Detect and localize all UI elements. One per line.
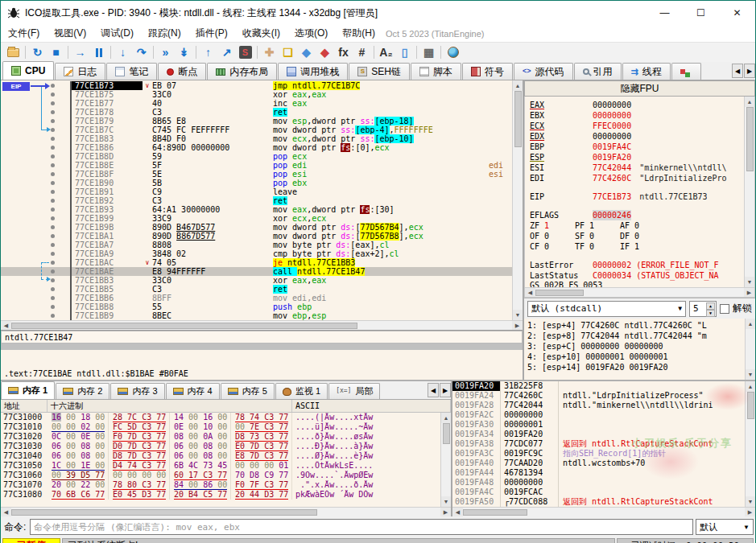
- scroll-thumb[interactable]: [463, 509, 527, 516]
- argument-row[interactable]: 3: [esp+C] 00000000 00000000: [527, 341, 745, 352]
- scroll-thumb[interactable]: [514, 91, 522, 147]
- disasm-row[interactable]: 77CE1BB333C0xor eax,eax: [1, 276, 512, 285]
- run-to-cursor-button[interactable]: »: [156, 43, 175, 61]
- dump-row[interactable]: 77C3107020 00 22 0078 80 C3 7784 00 86 0…: [1, 480, 440, 490]
- breakpoint-dot[interactable]: [51, 252, 55, 256]
- disasm-row[interactable]: 77CE1BA93848 02cmp byte ptr ds:[eax+2],c…: [1, 249, 512, 258]
- scroll-up-arrow[interactable]: ▲: [441, 413, 451, 423]
- tab-内存 2[interactable]: 内存 2: [56, 383, 109, 399]
- disasm-row[interactable]: 77CE1BAEE8 94FFFFFFcall ntdll.77CE1B47: [1, 267, 512, 276]
- hash-button[interactable]: #: [353, 43, 371, 61]
- register-row[interactable]: EDI77C4260C"LdrpInitializePro: [530, 173, 744, 183]
- breakpoint-dot[interactable]: [51, 172, 55, 176]
- scroll-right-arrow[interactable]: ▶: [745, 508, 755, 516]
- breakpoint-dot[interactable]: [51, 101, 55, 105]
- tab-内存 1[interactable]: 内存 1: [1, 381, 55, 399]
- bookmark-button[interactable]: ◆: [316, 43, 334, 61]
- tab-笔记[interactable]: 笔记: [106, 63, 157, 80]
- stack-row[interactable]: 0019FA2031B225F8: [452, 381, 745, 391]
- scylla-button[interactable]: S: [236, 43, 254, 61]
- breakpoint-dot[interactable]: [51, 128, 55, 132]
- stack-row[interactable]: 0019FA50┌77CDC088返回到 ntdll.RtlCaptureSta…: [452, 497, 745, 507]
- scroll-left-arrow[interactable]: ◀: [525, 288, 535, 297]
- stack-row[interactable]: 0019FA4C0019FCAC: [452, 487, 745, 497]
- scroll-down-arrow[interactable]: ▼: [513, 310, 523, 320]
- spin-up-icon[interactable]: ▲: [706, 302, 715, 310]
- disasm-row[interactable]: 77CE1B7740inc eax: [1, 99, 512, 108]
- calling-convention-select[interactable]: 默认 (stdcall) ▼: [527, 301, 686, 317]
- tab-局部[interactable]: [x=]局部: [328, 383, 380, 399]
- flags-row[interactable]: CF 0TF 0IF 1: [530, 241, 744, 252]
- segment-registers-row[interactable]: GS 002B FS 0053: [530, 281, 744, 287]
- execute-till-return-button[interactable]: ↑: [199, 43, 217, 61]
- stack-row[interactable]: 0019FA2477C4260Cntdll."LdrpInitializePro…: [452, 391, 745, 401]
- scroll-right-arrow[interactable]: ▶: [744, 288, 754, 297]
- stack-horizontal-scrollbar[interactable]: ◀ ▶: [452, 507, 755, 516]
- spin-down-icon[interactable]: ▼: [706, 310, 715, 317]
- flags-row[interactable]: OF 0SF 0DF 0: [530, 231, 744, 241]
- breakpoint-dot[interactable]: [51, 119, 55, 123]
- breakpoint-dot[interactable]: [51, 216, 55, 220]
- menu-item[interactable]: 视图(V): [47, 25, 93, 42]
- tab-线程[interactable]: ⇉线程: [622, 63, 671, 80]
- scroll-down-arrow[interactable]: ▼: [441, 496, 451, 507]
- command-input[interactable]: [30, 519, 693, 535]
- breakpoint-dot[interactable]: [51, 278, 55, 282]
- breakpoint-dot[interactable]: [51, 181, 55, 185]
- breakpoint-dot[interactable]: [51, 199, 55, 203]
- comment-button[interactable]: ❏: [279, 43, 297, 61]
- scroll-thumb[interactable]: [535, 290, 584, 296]
- disasm-row[interactable]: 77CE1BB855push ebp: [1, 302, 512, 311]
- dump-vertical-scrollbar[interactable]: ▲ ▼: [440, 413, 451, 507]
- disasm-row[interactable]: 77CE1B92C3ret: [1, 196, 512, 205]
- scroll-up-arrow[interactable]: ▲: [746, 381, 755, 392]
- dump-tabs-scroll-right-icon[interactable]: ▶: [440, 383, 451, 397]
- disasm-row[interactable]: 77CE1BB98BECmov ebp,esp: [1, 311, 512, 320]
- disasm-row[interactable]: 77CE1BA1890D B867D577mov dword ptr ds:[7…: [1, 232, 512, 241]
- register-row[interactable]: EDX00000000: [530, 131, 744, 142]
- dump-tabs-scroll-left-icon[interactable]: ◀: [428, 383, 439, 397]
- stack-row[interactable]: 0019FA340019FA20: [452, 430, 745, 439]
- breakpoint-dot[interactable]: [51, 84, 55, 88]
- label-button[interactable]: ◆: [297, 43, 316, 61]
- menu-item[interactable]: 收藏夹(I): [235, 25, 287, 42]
- disasm-row[interactable]: 77CE1B91C9leave: [1, 187, 512, 196]
- restart-button[interactable]: ↻: [28, 43, 47, 61]
- tab-符号[interactable]: 符号: [462, 63, 513, 80]
- dump-row[interactable]: 77C3101000 00 02 00FC 5D C3 770E 00 10 0…: [1, 422, 440, 432]
- breakpoint-dot[interactable]: [51, 269, 55, 274]
- scroll-thumb[interactable]: [747, 392, 754, 419]
- tab-断点[interactable]: 断点: [158, 63, 206, 80]
- register-row[interactable]: LastError00000002 (ERROR_FILE_NOT_F: [530, 260, 744, 270]
- scroll-left-arrow[interactable]: ◀: [1, 321, 11, 330]
- disassembly-horizontal-scrollbar[interactable]: ◀ ▶: [1, 320, 523, 330]
- disasm-row[interactable]: 77CE1B7533C0xor eax,eax: [1, 90, 512, 99]
- stack-row[interactable]: 0019FA2C00000000: [452, 410, 745, 420]
- hide-fpu-button[interactable]: 隐藏FPU: [524, 80, 755, 97]
- breakpoint-dot[interactable]: [51, 314, 55, 318]
- breakpoint-dot[interactable]: [51, 93, 55, 97]
- menu-item[interactable]: 文件(F): [1, 25, 47, 42]
- stack-row[interactable]: 0019FA4800000000: [452, 478, 745, 487]
- scroll-up-arrow[interactable]: ▲: [513, 80, 523, 91]
- scroll-up-arrow[interactable]: ▲: [745, 97, 754, 107]
- step-out-button[interactable]: ↡: [175, 43, 193, 61]
- register-row[interactable]: EBP0019FA4C: [530, 142, 744, 152]
- internet-button[interactable]: [444, 43, 462, 61]
- breakpoint-dot[interactable]: [51, 208, 55, 212]
- dump-row[interactable]: 77C3104006 00 08 00D8 7D C3 7706 00 08 0…: [1, 451, 440, 461]
- handles-view-button[interactable]: ▯: [395, 43, 414, 61]
- scroll-down-arrow[interactable]: ▼: [746, 369, 755, 380]
- run-button[interactable]: →: [71, 43, 89, 61]
- scroll-up-arrow[interactable]: ▲: [746, 319, 755, 329]
- open-file-button[interactable]: [4, 43, 23, 61]
- strings-button[interactable]: A₂: [377, 43, 395, 61]
- breakpoint-dot[interactable]: [51, 137, 55, 141]
- menu-item[interactable]: 选项(O): [287, 25, 335, 42]
- arguments-vertical-scrollbar[interactable]: ▲ ▼: [745, 319, 755, 380]
- tab-内存 4[interactable]: 内存 4: [166, 383, 220, 399]
- dump-row[interactable]: 77C310501C 00 1E 00D4 74 C3 776B 4C 73 4…: [1, 461, 440, 471]
- scroll-left-arrow[interactable]: ◀: [452, 508, 463, 516]
- dump-row[interactable]: 77C3108070 6B C6 77E0 45 D3 7720 B4 C5 7…: [1, 490, 440, 500]
- scroll-left-arrow[interactable]: ◀: [1, 508, 11, 516]
